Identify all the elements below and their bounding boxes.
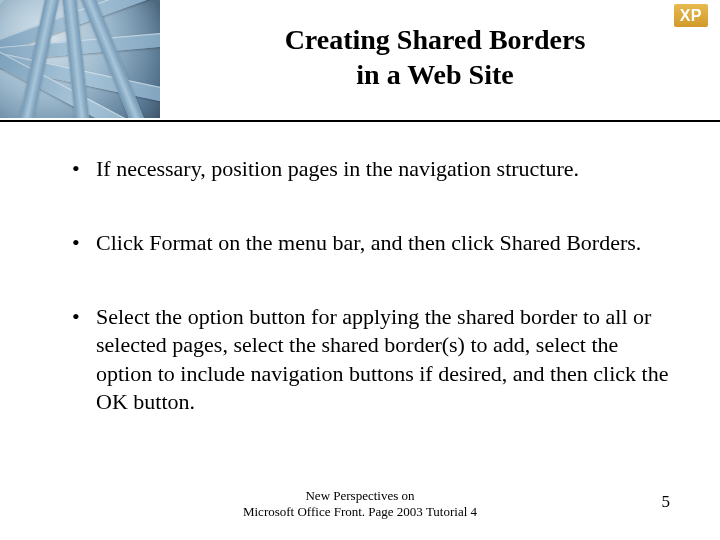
bullet-mark-icon: • <box>72 229 96 257</box>
slide-body: • If necessary, position pages in the na… <box>72 155 670 462</box>
header-divider <box>0 120 720 122</box>
slide-footer: New Perspectives on Microsoft Office Fro… <box>0 488 720 521</box>
footer-line-1: New Perspectives on <box>305 488 414 503</box>
bullet-mark-icon: • <box>72 303 96 331</box>
bullet-item: • Select the option button for applying … <box>72 303 670 416</box>
bullet-item: • If necessary, position pages in the na… <box>72 155 670 183</box>
decorative-sphere-image <box>0 0 160 118</box>
slide-title: Creating Shared Borders in a Web Site <box>190 22 680 92</box>
bullet-text: Select the option button for applying th… <box>96 303 670 416</box>
title-line-2: in a Web Site <box>356 59 513 90</box>
bullet-mark-icon: • <box>72 155 96 183</box>
bullet-text: If necessary, position pages in the navi… <box>96 155 579 183</box>
bullet-text: Click Format on the menu bar, and then c… <box>96 229 641 257</box>
title-line-1: Creating Shared Borders <box>285 24 586 55</box>
slide-header: XP Creating Shared Borders in a Web Site <box>0 0 720 118</box>
bullet-item: • Click Format on the menu bar, and then… <box>72 229 670 257</box>
footer-line-2: Microsoft Office Front. Page 2003 Tutori… <box>243 504 477 519</box>
page-number: 5 <box>662 492 671 512</box>
